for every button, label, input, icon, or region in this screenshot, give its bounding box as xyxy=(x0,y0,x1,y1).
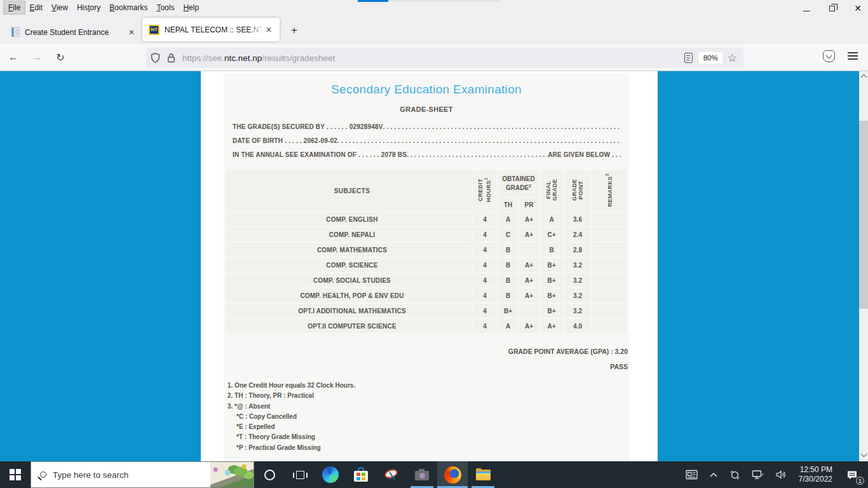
table-row: COMP. MATHEMATICS4BB2.8 xyxy=(226,243,627,257)
snipping-tool-icon xyxy=(383,468,400,482)
leader-dots: . . . . . . . . . . . . . . . . . . . . … xyxy=(383,123,621,130)
cell-value: B xyxy=(498,273,518,287)
cell-value: A+ xyxy=(519,258,539,272)
cell-value xyxy=(592,212,627,226)
menu-tools[interactable]: Tools xyxy=(152,1,179,14)
app-menu-icon[interactable] xyxy=(848,52,858,60)
header-obtained-grade: OBTAINED GRADE2 xyxy=(498,170,539,197)
network-button[interactable] xyxy=(746,461,770,488)
tab-bar: Create Student Entrance✕NTNEPAL TELECOM … xyxy=(0,15,868,44)
header-th: TH xyxy=(498,198,518,211)
lock-icon[interactable] xyxy=(166,53,176,63)
microsoft-store-icon xyxy=(354,467,368,482)
menu-edit[interactable]: Edit xyxy=(25,1,47,14)
cell-value xyxy=(592,319,627,333)
restore-icon[interactable] xyxy=(829,6,835,11)
tab-1[interactable]: Create Student Entrance✕ xyxy=(5,20,142,44)
cell-value: A+ xyxy=(540,319,563,333)
taskbar-clock[interactable]: 12:50 PM 7/30/2022 xyxy=(792,465,839,484)
camera-icon xyxy=(415,471,429,480)
shield-icon[interactable] xyxy=(150,52,161,64)
cell-value xyxy=(592,258,627,272)
search-icon xyxy=(40,471,46,478)
cell-value: 4 xyxy=(473,227,497,241)
new-tab-button[interactable]: + xyxy=(285,21,304,40)
table-row: COMP. ENGLISH4AA+A3.6 xyxy=(226,212,627,226)
scrollbar-thumb[interactable] xyxy=(859,121,868,309)
page-scrollbar[interactable] xyxy=(859,71,868,461)
cell-value xyxy=(519,304,539,318)
forward-button[interactable]: → xyxy=(27,48,47,67)
info-left-text: THE GRADE(S) SECURED BY . . . . . . 0292… xyxy=(233,123,383,130)
cortana-button[interactable] xyxy=(254,461,285,488)
zoom-level-button[interactable]: 80% xyxy=(699,52,722,64)
cell-value: B xyxy=(540,243,563,257)
tab-close-icon[interactable]: ✕ xyxy=(126,27,137,38)
menu-bookmarks[interactable]: Bookmarks xyxy=(105,1,152,14)
camera-button[interactable] xyxy=(407,461,437,488)
menu-view[interactable]: View xyxy=(47,1,72,14)
meet-now-button[interactable] xyxy=(724,461,746,488)
tab-title: NEPAL TELECOM :: SEE.NTC.NET xyxy=(165,25,263,34)
page-subtitle: GRADE-SHEET xyxy=(224,105,629,113)
notification-center-button[interactable]: 1 xyxy=(839,461,865,488)
edge-button[interactable] xyxy=(315,461,346,488)
bookmark-star-icon[interactable]: ☆ xyxy=(728,51,737,65)
hidden-icons-button[interactable] xyxy=(703,461,724,488)
back-button[interactable]: ← xyxy=(3,48,24,67)
tab-2[interactable]: NTNEPAL TELECOM :: SEE.NTC.NET✕ xyxy=(142,18,280,41)
minimize-icon[interactable] xyxy=(803,11,810,11)
notification-badge: 1 xyxy=(856,477,864,485)
reload-button[interactable]: ↻ xyxy=(50,48,71,67)
cell-value: 3.6 xyxy=(564,212,591,226)
student-info: THE GRADE(S) SECURED BY . . . . . . 0292… xyxy=(233,119,621,161)
volume-button[interactable] xyxy=(770,461,792,488)
url-text[interactable]: https://see.ntc.net.np/results/gradeshee… xyxy=(182,53,684,63)
cell-value: B xyxy=(498,243,518,257)
search-highlight-image[interactable] xyxy=(210,462,254,487)
pocket-icon[interactable] xyxy=(823,50,835,62)
clock-date: 7/30/2022 xyxy=(799,475,832,484)
start-button[interactable] xyxy=(0,461,31,488)
task-view-button[interactable] xyxy=(285,461,315,488)
cell-subject: COMP. ENGLISH xyxy=(226,212,471,226)
cell-value: 4.0 xyxy=(564,319,591,333)
tab-close-icon[interactable]: ✕ xyxy=(263,24,275,36)
news-widget-button[interactable] xyxy=(680,461,703,488)
microsoft-store-button[interactable] xyxy=(346,461,376,488)
cell-value: A+ xyxy=(519,212,539,226)
nepal-telecom-logo: NT xyxy=(149,25,159,35)
header-grade-point: GRADE POINT xyxy=(564,170,591,211)
browser-viewport: Secondary Education Examination GRADE-SH… xyxy=(0,71,868,461)
firefox-icon xyxy=(444,466,461,484)
footnotes: 1. One Credit Hour equals 32 Clock Hours… xyxy=(227,381,629,453)
grades-table: SUBJECTSCREDIT HOURS1OBTAINED GRADE2FINA… xyxy=(225,169,628,334)
gradesheet-paper: Secondary Education Examination GRADE-SH… xyxy=(201,71,658,461)
menu-help[interactable]: Help xyxy=(179,1,203,14)
address-bar[interactable]: https://see.ntc.net.np/results/gradeshee… xyxy=(146,48,743,68)
cell-value: A xyxy=(540,212,563,226)
cell-value: C xyxy=(498,227,518,241)
windows-taskbar: Type here to search xyxy=(0,461,868,488)
cell-value: B xyxy=(498,258,518,272)
snipping-tool-button[interactable] xyxy=(376,461,407,488)
info-left-text: DATE OF BIRTH . . . . . 2062-09-02 xyxy=(233,137,337,144)
header-final-grade-label: FINAL GRADE xyxy=(545,170,559,210)
cell-value: 4 xyxy=(473,319,497,333)
reader-mode-icon[interactable] xyxy=(684,53,693,63)
navigation-toolbar: ← → ↻ https://see.ntc.net.np/results/gra… xyxy=(0,44,868,71)
firefox-button[interactable] xyxy=(437,461,468,488)
close-icon[interactable]: ✕ xyxy=(854,4,862,13)
search-placeholder: Type here to search xyxy=(53,470,210,480)
cell-value: A xyxy=(498,319,518,333)
menu-file[interactable]: File xyxy=(4,1,25,14)
file-explorer-button[interactable] xyxy=(468,461,498,488)
cell-subject: COMP. NEPALI xyxy=(226,227,471,241)
scroll-down-icon[interactable] xyxy=(860,451,867,458)
result-status: PASS xyxy=(224,363,628,370)
taskbar-search-input[interactable]: Type here to search xyxy=(31,461,254,488)
table-row: COMP. HEALTH, POP & ENV EDU4BA+B+3.2 xyxy=(226,288,627,302)
menu-history[interactable]: History xyxy=(72,1,105,14)
scroll-up-icon[interactable] xyxy=(860,74,867,81)
chevron-down-icon xyxy=(826,52,832,58)
